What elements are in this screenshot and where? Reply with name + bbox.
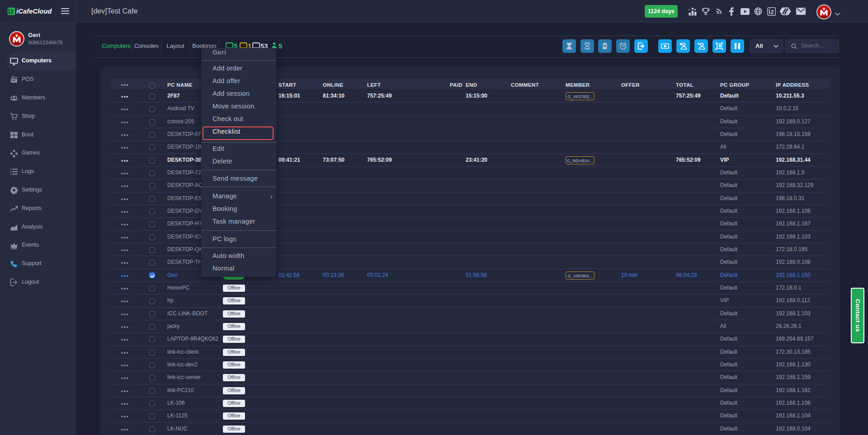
svg-text:2: 2 [10,9,14,15]
svg-text:2: 2 [771,9,774,15]
